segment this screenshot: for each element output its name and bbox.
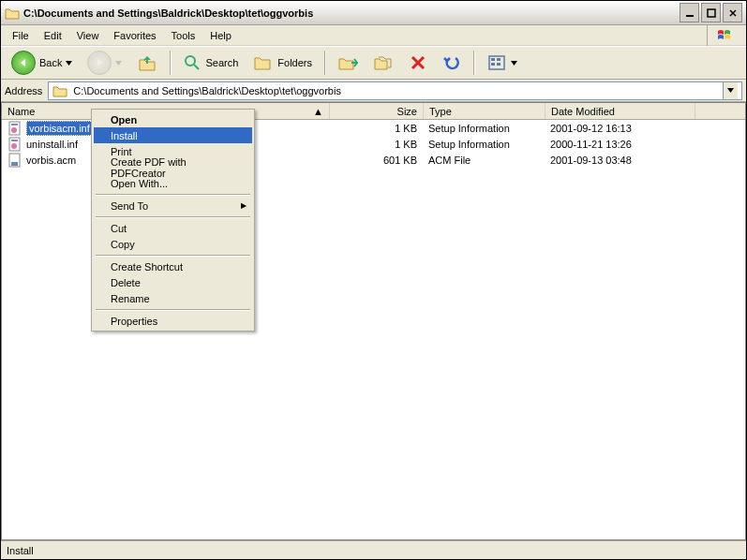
col-size[interactable]: Size <box>330 103 424 119</box>
col-type[interactable]: Type <box>424 103 545 119</box>
file-date: 2000-11-21 13:26 <box>545 138 695 151</box>
ctx-separator <box>96 309 250 310</box>
ctx-copy[interactable]: Copy <box>94 236 252 252</box>
move-to-icon <box>337 53 358 72</box>
file-size: 601 KB <box>329 154 423 167</box>
svg-rect-5 <box>497 58 500 61</box>
address-label: Address <box>5 85 42 96</box>
back-button[interactable]: Back <box>5 49 79 77</box>
move-to-button[interactable] <box>331 49 365 77</box>
ctx-pdf[interactable]: Create PDF with PDFCreator <box>94 159 252 175</box>
svg-rect-0 <box>686 15 694 17</box>
search-button[interactable]: Search <box>176 49 245 77</box>
svg-rect-4 <box>491 58 495 61</box>
statusbar-text: Install <box>7 545 34 556</box>
context-menu: Open Install Print Create PDF with PDFCr… <box>91 109 255 332</box>
folders-icon <box>253 53 274 72</box>
delete-icon <box>409 53 427 72</box>
file-date: 2001-09-12 16:13 <box>545 122 695 135</box>
folders-label: Folders <box>277 57 312 68</box>
svg-rect-7 <box>497 63 500 66</box>
copy-to-button[interactable] <box>366 49 400 77</box>
back-icon <box>11 51 36 75</box>
menu-edit[interactable]: Edit <box>37 27 69 44</box>
menu-view[interactable]: View <box>69 27 107 44</box>
minimize-button[interactable] <box>680 3 699 22</box>
file-date: 2001-09-13 03:48 <box>545 154 695 167</box>
chevron-down-icon <box>511 61 517 66</box>
ctx-separator <box>96 216 250 217</box>
statusbar: Install <box>1 540 746 559</box>
titlebar: C:\Documents and Settings\Baldrick\Deskt… <box>1 1 746 25</box>
chevron-down-icon <box>115 61 122 66</box>
svg-rect-12 <box>11 140 18 141</box>
ctx-cut[interactable]: Cut <box>94 220 252 236</box>
window-controls <box>680 3 742 22</box>
svg-point-10 <box>11 127 17 133</box>
inf-file-icon <box>7 137 22 152</box>
undo-icon <box>442 53 461 72</box>
views-button[interactable] <box>480 49 524 77</box>
svg-rect-6 <box>491 63 495 66</box>
ctx-create-shortcut[interactable]: Create Shortcut <box>94 258 252 274</box>
ctx-open-with[interactable]: Open With... <box>94 175 252 191</box>
search-label: Search <box>205 57 238 68</box>
svg-rect-15 <box>11 162 18 166</box>
menubar: File Edit View Favorites Tools Help <box>1 25 746 46</box>
up-button[interactable] <box>130 49 164 77</box>
ctx-install[interactable]: Install <box>94 127 252 143</box>
svg-rect-1 <box>708 9 715 17</box>
explorer-window: C:\Documents and Settings\Baldrick\Deskt… <box>0 0 747 560</box>
separator <box>170 51 171 75</box>
menu-help[interactable]: Help <box>202 27 239 44</box>
forward-button[interactable] <box>81 49 128 77</box>
undo-button[interactable] <box>436 49 468 77</box>
ctx-separator <box>96 194 250 195</box>
acm-file-icon <box>7 153 22 168</box>
file-name: uninstall.inf <box>26 139 78 150</box>
folder-icon <box>52 83 67 98</box>
svg-point-2 <box>186 56 195 66</box>
file-name: vorbis.acm <box>26 155 76 166</box>
menu-tools[interactable]: Tools <box>164 27 203 44</box>
separator <box>473 51 474 75</box>
file-type: Setup Information <box>423 138 545 151</box>
ctx-separator <box>96 255 250 256</box>
toolbar: Back Search Folders <box>1 46 746 80</box>
ctx-send-to[interactable]: Send To▶ <box>94 198 252 214</box>
inf-file-icon <box>7 121 22 136</box>
addressbar: Address <box>1 80 746 102</box>
separator <box>324 51 325 75</box>
ctx-properties[interactable]: Properties <box>94 313 252 329</box>
ctx-delete[interactable]: Delete <box>94 274 252 290</box>
file-size: 1 KB <box>329 122 423 135</box>
back-label: Back <box>39 57 62 68</box>
delete-button[interactable] <box>402 49 434 77</box>
submenu-arrow-icon: ▶ <box>241 201 247 210</box>
menu-favorites[interactable]: Favorites <box>106 27 163 44</box>
address-field[interactable] <box>48 81 742 100</box>
file-list-area: Name▲ Size Type Date Modified vorbisacm.… <box>1 102 746 540</box>
close-button[interactable] <box>723 3 742 22</box>
col-rest <box>695 103 745 119</box>
file-size: 1 KB <box>329 138 423 151</box>
window-title: C:\Documents and Settings\Baldrick\Deskt… <box>23 7 680 19</box>
col-date[interactable]: Date Modified <box>545 103 695 119</box>
address-dropdown[interactable] <box>723 82 738 99</box>
ctx-rename[interactable]: Rename <box>94 290 252 306</box>
search-icon <box>183 53 202 72</box>
views-icon <box>486 53 507 72</box>
address-input[interactable] <box>71 84 719 97</box>
up-folder-icon <box>137 52 157 73</box>
folder-icon <box>5 6 20 21</box>
maximize-button[interactable] <box>701 3 721 22</box>
ctx-open[interactable]: Open <box>94 111 252 127</box>
chevron-down-icon <box>66 61 72 66</box>
folders-button[interactable]: Folders <box>247 49 319 77</box>
file-type: ACM File <box>423 154 545 167</box>
forward-icon <box>87 51 112 75</box>
file-name: vorbisacm.inf <box>26 121 93 136</box>
svg-point-13 <box>11 143 17 149</box>
menu-file[interactable]: File <box>5 27 37 44</box>
svg-rect-9 <box>11 124 18 125</box>
